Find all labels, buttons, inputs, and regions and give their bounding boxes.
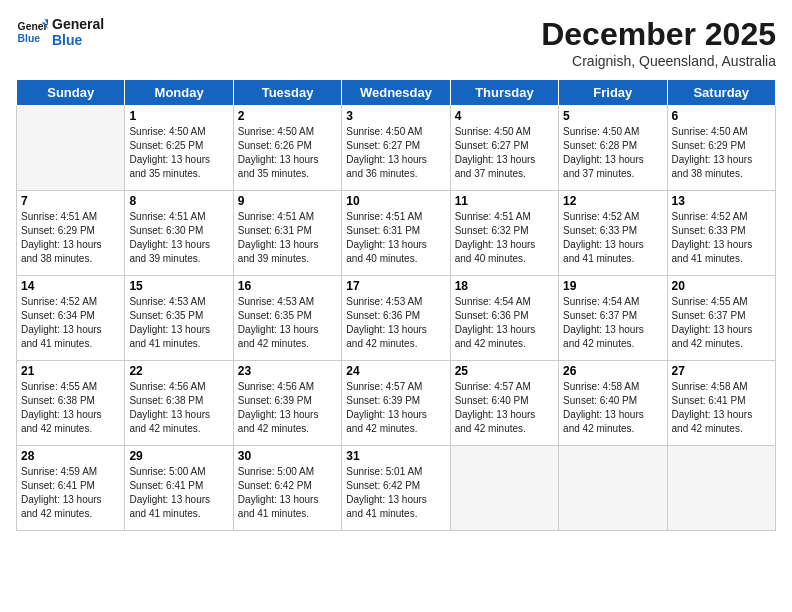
calendar-cell — [450, 446, 558, 531]
day-number: 5 — [563, 109, 662, 123]
day-number: 14 — [21, 279, 120, 293]
day-number: 3 — [346, 109, 445, 123]
day-header-sunday: Sunday — [17, 80, 125, 106]
calendar-cell: 5Sunrise: 4:50 AM Sunset: 6:28 PM Daylig… — [559, 106, 667, 191]
calendar-cell: 12Sunrise: 4:52 AM Sunset: 6:33 PM Dayli… — [559, 191, 667, 276]
cell-content: Sunrise: 4:51 AM Sunset: 6:32 PM Dayligh… — [455, 210, 554, 266]
month-title: December 2025 — [541, 16, 776, 53]
calendar-cell — [17, 106, 125, 191]
day-number: 27 — [672, 364, 771, 378]
calendar-cell: 21Sunrise: 4:55 AM Sunset: 6:38 PM Dayli… — [17, 361, 125, 446]
calendar-cell: 20Sunrise: 4:55 AM Sunset: 6:37 PM Dayli… — [667, 276, 775, 361]
day-header-wednesday: Wednesday — [342, 80, 450, 106]
day-number: 18 — [455, 279, 554, 293]
calendar-cell: 11Sunrise: 4:51 AM Sunset: 6:32 PM Dayli… — [450, 191, 558, 276]
calendar-cell: 29Sunrise: 5:00 AM Sunset: 6:41 PM Dayli… — [125, 446, 233, 531]
calendar-cell: 18Sunrise: 4:54 AM Sunset: 6:36 PM Dayli… — [450, 276, 558, 361]
cell-content: Sunrise: 4:50 AM Sunset: 6:27 PM Dayligh… — [455, 125, 554, 181]
calendar-cell: 27Sunrise: 4:58 AM Sunset: 6:41 PM Dayli… — [667, 361, 775, 446]
day-number: 2 — [238, 109, 337, 123]
calendar-cell: 15Sunrise: 4:53 AM Sunset: 6:35 PM Dayli… — [125, 276, 233, 361]
day-header-saturday: Saturday — [667, 80, 775, 106]
cell-content: Sunrise: 4:51 AM Sunset: 6:31 PM Dayligh… — [238, 210, 337, 266]
calendar-cell: 6Sunrise: 4:50 AM Sunset: 6:29 PM Daylig… — [667, 106, 775, 191]
cell-content: Sunrise: 4:58 AM Sunset: 6:40 PM Dayligh… — [563, 380, 662, 436]
day-number: 31 — [346, 449, 445, 463]
calendar-cell: 10Sunrise: 4:51 AM Sunset: 6:31 PM Dayli… — [342, 191, 450, 276]
calendar-cell: 22Sunrise: 4:56 AM Sunset: 6:38 PM Dayli… — [125, 361, 233, 446]
cell-content: Sunrise: 4:58 AM Sunset: 6:41 PM Dayligh… — [672, 380, 771, 436]
cell-content: Sunrise: 4:53 AM Sunset: 6:35 PM Dayligh… — [238, 295, 337, 351]
calendar-cell: 14Sunrise: 4:52 AM Sunset: 6:34 PM Dayli… — [17, 276, 125, 361]
cell-content: Sunrise: 4:51 AM Sunset: 6:30 PM Dayligh… — [129, 210, 228, 266]
day-number: 1 — [129, 109, 228, 123]
cell-content: Sunrise: 4:51 AM Sunset: 6:29 PM Dayligh… — [21, 210, 120, 266]
day-number: 17 — [346, 279, 445, 293]
day-number: 21 — [21, 364, 120, 378]
calendar-cell: 13Sunrise: 4:52 AM Sunset: 6:33 PM Dayli… — [667, 191, 775, 276]
calendar-cell: 31Sunrise: 5:01 AM Sunset: 6:42 PM Dayli… — [342, 446, 450, 531]
calendar-cell: 19Sunrise: 4:54 AM Sunset: 6:37 PM Dayli… — [559, 276, 667, 361]
cell-content: Sunrise: 4:57 AM Sunset: 6:40 PM Dayligh… — [455, 380, 554, 436]
calendar-cell: 9Sunrise: 4:51 AM Sunset: 6:31 PM Daylig… — [233, 191, 341, 276]
logo-blue: Blue — [52, 32, 104, 48]
calendar-cell: 30Sunrise: 5:00 AM Sunset: 6:42 PM Dayli… — [233, 446, 341, 531]
week-row-3: 14Sunrise: 4:52 AM Sunset: 6:34 PM Dayli… — [17, 276, 776, 361]
page-header: General Blue General Blue December 2025 … — [16, 16, 776, 69]
calendar-cell — [667, 446, 775, 531]
cell-content: Sunrise: 4:53 AM Sunset: 6:36 PM Dayligh… — [346, 295, 445, 351]
calendar-cell: 4Sunrise: 4:50 AM Sunset: 6:27 PM Daylig… — [450, 106, 558, 191]
calendar-cell: 3Sunrise: 4:50 AM Sunset: 6:27 PM Daylig… — [342, 106, 450, 191]
cell-content: Sunrise: 4:55 AM Sunset: 6:37 PM Dayligh… — [672, 295, 771, 351]
location-subtitle: Craignish, Queensland, Australia — [541, 53, 776, 69]
day-number: 11 — [455, 194, 554, 208]
calendar-cell: 1Sunrise: 4:50 AM Sunset: 6:25 PM Daylig… — [125, 106, 233, 191]
cell-content: Sunrise: 4:53 AM Sunset: 6:35 PM Dayligh… — [129, 295, 228, 351]
cell-content: Sunrise: 5:00 AM Sunset: 6:41 PM Dayligh… — [129, 465, 228, 521]
week-row-1: 1Sunrise: 4:50 AM Sunset: 6:25 PM Daylig… — [17, 106, 776, 191]
cell-content: Sunrise: 4:50 AM Sunset: 6:29 PM Dayligh… — [672, 125, 771, 181]
calendar-cell: 16Sunrise: 4:53 AM Sunset: 6:35 PM Dayli… — [233, 276, 341, 361]
cell-content: Sunrise: 4:50 AM Sunset: 6:26 PM Dayligh… — [238, 125, 337, 181]
week-row-2: 7Sunrise: 4:51 AM Sunset: 6:29 PM Daylig… — [17, 191, 776, 276]
day-number: 10 — [346, 194, 445, 208]
calendar-cell: 26Sunrise: 4:58 AM Sunset: 6:40 PM Dayli… — [559, 361, 667, 446]
day-number: 30 — [238, 449, 337, 463]
day-number: 28 — [21, 449, 120, 463]
week-row-4: 21Sunrise: 4:55 AM Sunset: 6:38 PM Dayli… — [17, 361, 776, 446]
day-number: 22 — [129, 364, 228, 378]
day-number: 23 — [238, 364, 337, 378]
calendar-table: SundayMondayTuesdayWednesdayThursdayFrid… — [16, 79, 776, 531]
cell-content: Sunrise: 4:51 AM Sunset: 6:31 PM Dayligh… — [346, 210, 445, 266]
calendar-cell — [559, 446, 667, 531]
day-number: 29 — [129, 449, 228, 463]
calendar-header-row: SundayMondayTuesdayWednesdayThursdayFrid… — [17, 80, 776, 106]
cell-content: Sunrise: 4:59 AM Sunset: 6:41 PM Dayligh… — [21, 465, 120, 521]
cell-content: Sunrise: 4:52 AM Sunset: 6:33 PM Dayligh… — [563, 210, 662, 266]
cell-content: Sunrise: 4:57 AM Sunset: 6:39 PM Dayligh… — [346, 380, 445, 436]
calendar-cell: 28Sunrise: 4:59 AM Sunset: 6:41 PM Dayli… — [17, 446, 125, 531]
cell-content: Sunrise: 4:50 AM Sunset: 6:25 PM Dayligh… — [129, 125, 228, 181]
day-number: 13 — [672, 194, 771, 208]
svg-text:Blue: Blue — [18, 33, 41, 44]
cell-content: Sunrise: 4:50 AM Sunset: 6:27 PM Dayligh… — [346, 125, 445, 181]
day-header-thursday: Thursday — [450, 80, 558, 106]
day-number: 15 — [129, 279, 228, 293]
cell-content: Sunrise: 4:55 AM Sunset: 6:38 PM Dayligh… — [21, 380, 120, 436]
calendar-cell: 24Sunrise: 4:57 AM Sunset: 6:39 PM Dayli… — [342, 361, 450, 446]
calendar-cell: 17Sunrise: 4:53 AM Sunset: 6:36 PM Dayli… — [342, 276, 450, 361]
day-number: 26 — [563, 364, 662, 378]
day-number: 25 — [455, 364, 554, 378]
day-number: 6 — [672, 109, 771, 123]
logo: General Blue General Blue — [16, 16, 104, 48]
logo-general: General — [52, 16, 104, 32]
day-header-monday: Monday — [125, 80, 233, 106]
calendar-cell: 8Sunrise: 4:51 AM Sunset: 6:30 PM Daylig… — [125, 191, 233, 276]
cell-content: Sunrise: 4:50 AM Sunset: 6:28 PM Dayligh… — [563, 125, 662, 181]
calendar-cell: 7Sunrise: 4:51 AM Sunset: 6:29 PM Daylig… — [17, 191, 125, 276]
cell-content: Sunrise: 4:54 AM Sunset: 6:36 PM Dayligh… — [455, 295, 554, 351]
day-number: 20 — [672, 279, 771, 293]
calendar-cell: 23Sunrise: 4:56 AM Sunset: 6:39 PM Dayli… — [233, 361, 341, 446]
day-number: 9 — [238, 194, 337, 208]
cell-content: Sunrise: 5:00 AM Sunset: 6:42 PM Dayligh… — [238, 465, 337, 521]
